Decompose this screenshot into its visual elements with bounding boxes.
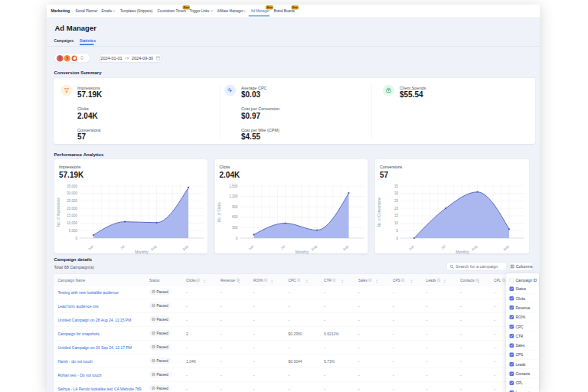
svg-text:10,000: 10,000 bbox=[67, 221, 77, 225]
svg-text:Jun: Jun bbox=[87, 244, 94, 251]
svg-text:5: 5 bbox=[396, 229, 398, 233]
svg-text:30: 30 bbox=[394, 191, 399, 195]
svg-text:No. of Clicks: No. of Clicks bbox=[217, 202, 221, 222]
svg-text:Jul: Jul bbox=[280, 244, 286, 250]
svg-text:0: 0 bbox=[396, 237, 398, 240]
svg-text:Aug: Aug bbox=[150, 244, 158, 252]
svg-text:Aug: Aug bbox=[311, 244, 318, 252]
svg-text:20,000: 20,000 bbox=[67, 207, 77, 211]
svg-text:Jun: Jun bbox=[408, 244, 415, 251]
svg-text:Monthly: Monthly bbox=[296, 250, 309, 254]
svg-text:Sep: Sep bbox=[182, 244, 190, 252]
svg-text:Jul: Jul bbox=[119, 244, 126, 250]
svg-text:35,000: 35,000 bbox=[67, 185, 77, 188]
svg-text:Sep: Sep bbox=[503, 244, 511, 252]
svg-text:Jul: Jul bbox=[440, 244, 446, 250]
svg-text:0: 0 bbox=[236, 237, 238, 240]
svg-text:15,000: 15,000 bbox=[67, 214, 77, 217]
svg-text:5,000: 5,000 bbox=[69, 229, 78, 233]
svg-text:No. of Impressions: No. of Impressions bbox=[57, 197, 60, 226]
svg-text:30,000: 30,000 bbox=[67, 191, 77, 195]
svg-text:1,500: 1,500 bbox=[229, 185, 238, 188]
svg-text:Sep: Sep bbox=[342, 244, 350, 252]
svg-text:25: 25 bbox=[394, 199, 399, 203]
svg-text:10: 10 bbox=[394, 221, 399, 225]
svg-text:Aug: Aug bbox=[471, 244, 479, 252]
svg-text:20: 20 bbox=[394, 207, 399, 211]
svg-text:300: 300 bbox=[232, 226, 238, 230]
svg-text:15: 15 bbox=[394, 214, 399, 217]
svg-text:No. of Conversions: No. of Conversions bbox=[377, 197, 381, 227]
svg-text:Jun: Jun bbox=[248, 244, 255, 251]
svg-text:35: 35 bbox=[394, 185, 399, 188]
svg-text:900: 900 bbox=[232, 205, 238, 209]
svg-text:600: 600 bbox=[232, 215, 238, 219]
svg-text:1,200: 1,200 bbox=[229, 194, 238, 198]
svg-text:0: 0 bbox=[75, 237, 77, 240]
svg-text:Monthly: Monthly bbox=[135, 250, 149, 254]
svg-text:25,000: 25,000 bbox=[67, 199, 77, 203]
svg-text:Monthly: Monthly bbox=[456, 250, 469, 254]
